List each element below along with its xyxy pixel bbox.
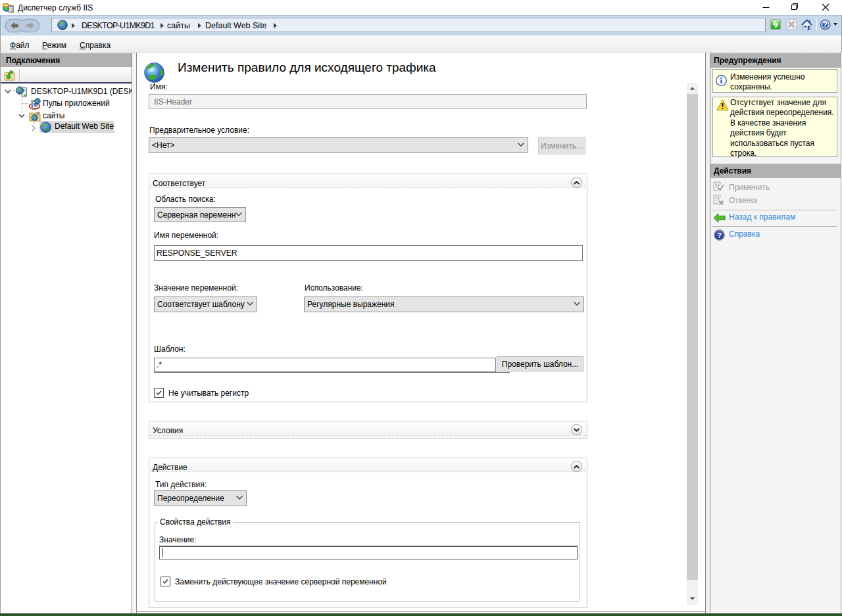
svg-text:?: ? <box>717 231 722 239</box>
svg-text:?: ? <box>823 20 827 28</box>
